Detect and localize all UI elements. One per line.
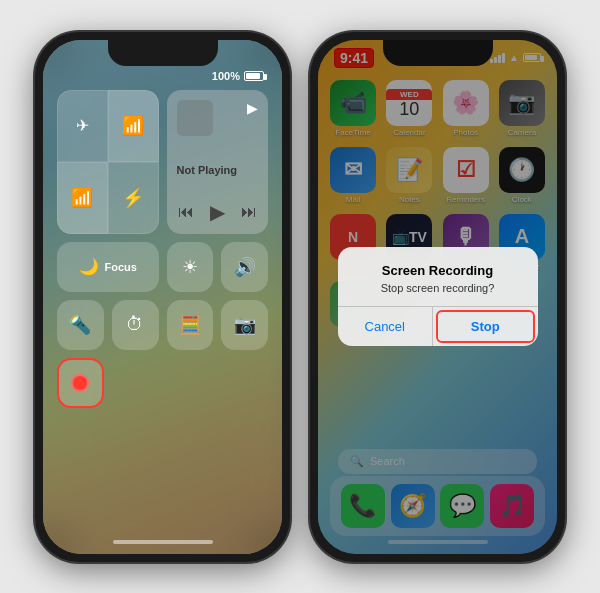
control-center: 100% ✈ 📶 bbox=[57, 70, 268, 540]
battery-label: 100% bbox=[212, 70, 240, 82]
timer-block[interactable]: ⏱ bbox=[112, 300, 159, 350]
brightness-block[interactable]: ☀ bbox=[167, 242, 214, 292]
calculator-block[interactable]: 🧮 bbox=[167, 300, 214, 350]
dialog-button-row: Cancel Stop bbox=[338, 306, 538, 346]
prev-track-icon[interactable]: ⏮ bbox=[178, 203, 194, 221]
home-indicator bbox=[113, 540, 213, 544]
phone-2: 9:41 ▲ 📹 bbox=[310, 32, 565, 562]
flashlight-block[interactable]: 🔦 bbox=[57, 300, 104, 350]
dialog-stop-button[interactable]: Stop bbox=[436, 310, 535, 343]
media-top: ▶ bbox=[177, 100, 259, 136]
wifi-icon: 📶 bbox=[122, 115, 144, 137]
cellular-icon: 📶 bbox=[71, 187, 93, 209]
screen-record-block[interactable] bbox=[57, 358, 104, 408]
camera-block[interactable]: 📷 bbox=[221, 300, 268, 350]
airplane-icon: ✈ bbox=[76, 116, 89, 135]
airplay-icon[interactable]: ▶ bbox=[247, 100, 258, 116]
volume-icon: 🔊 bbox=[234, 256, 256, 278]
media-player-block: ▶ Not Playing ⏮ ▶ ⏭ bbox=[167, 90, 269, 234]
bluetooth-cell[interactable]: ⚡ bbox=[108, 162, 159, 234]
next-track-icon[interactable]: ⏭ bbox=[241, 203, 257, 221]
flashlight-icon: 🔦 bbox=[69, 314, 91, 336]
phone-1: 100% ✈ 📶 bbox=[35, 32, 290, 562]
airplane-cell[interactable]: ✈ bbox=[57, 90, 108, 162]
play-pause-icon[interactable]: ▶ bbox=[210, 200, 225, 224]
media-title: Not Playing bbox=[177, 164, 259, 176]
dialog-body: Screen Recording Stop screen recording? bbox=[338, 247, 538, 306]
network-block: ✈ 📶 📶 ⚡ bbox=[57, 90, 159, 234]
volume-block[interactable]: 🔊 bbox=[221, 242, 268, 292]
focus-block[interactable]: 🌙 Focus bbox=[57, 242, 159, 292]
battery-icon bbox=[244, 71, 264, 81]
status-bar: 100% bbox=[57, 70, 268, 82]
calculator-icon: 🧮 bbox=[179, 314, 201, 336]
dialog-cancel-button[interactable]: Cancel bbox=[338, 307, 434, 346]
brightness-icon: ☀ bbox=[182, 256, 198, 278]
cellular-cell[interactable]: 📶 bbox=[57, 162, 108, 234]
bluetooth-icon: ⚡ bbox=[122, 187, 144, 209]
focus-label: Focus bbox=[105, 261, 137, 273]
phone2-background: 9:41 ▲ 📹 bbox=[318, 40, 557, 554]
timer-icon: ⏱ bbox=[126, 314, 144, 335]
record-dot-icon bbox=[71, 374, 89, 392]
dialog-message: Stop screen recording? bbox=[354, 282, 522, 294]
media-controls: ⏮ ▶ ⏭ bbox=[177, 200, 259, 224]
wifi-cell[interactable]: 📶 bbox=[108, 90, 159, 162]
phone1-background: 100% ✈ 📶 bbox=[43, 40, 282, 554]
album-art bbox=[177, 100, 213, 136]
dialog-title: Screen Recording bbox=[354, 263, 522, 278]
dialog-overlay: Screen Recording Stop screen recording? … bbox=[318, 40, 557, 554]
notch bbox=[108, 40, 218, 66]
screen-recording-dialog: Screen Recording Stop screen recording? … bbox=[338, 247, 538, 346]
moon-icon: 🌙 bbox=[79, 257, 99, 276]
camera-quick-icon: 📷 bbox=[234, 314, 256, 336]
